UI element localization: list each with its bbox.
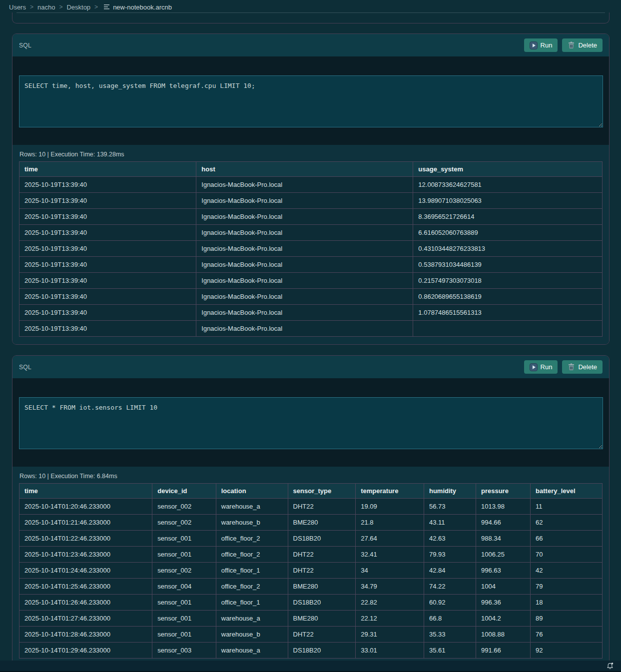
table-cell: 22.12 — [356, 611, 424, 627]
results-section: Rows: 10 | Execution Time: 6.84ms timede… — [12, 467, 609, 666]
play-icon — [530, 41, 538, 49]
table-row: 2025-10-14T01:26:46.233000sensor_001offi… — [19, 595, 603, 611]
column-header-time[interactable]: time — [19, 484, 152, 499]
table-cell: 62 — [531, 515, 603, 531]
table-row: 2025-10-14T01:25:46.233000sensor_004offi… — [19, 579, 603, 595]
cell-header: SQL Run — [12, 34, 609, 56]
table-cell: 991.66 — [476, 643, 530, 659]
table-cell: 2025-10-14T01:29:46.233000 — [19, 643, 152, 659]
table-row: 2025-10-19T13:39:40Ignacios-MacBook-Pro.… — [19, 289, 603, 305]
table-row: 2025-10-19T13:39:40Ignacios-MacBook-Pro.… — [19, 241, 603, 257]
previous-cell-partial — [12, 12, 610, 23]
column-header-time[interactable]: time — [19, 162, 196, 177]
run-button-label: Run — [541, 41, 553, 49]
table-cell: 2025-10-14T01:25:46.233000 — [19, 579, 152, 595]
table-cell: 2025-10-19T13:39:40 — [19, 177, 196, 193]
table-cell: 2025-10-19T13:39:40 — [19, 225, 196, 241]
column-header-location[interactable]: location — [216, 484, 288, 499]
table-cell: 19.09 — [356, 499, 424, 515]
table-cell: 43.11 — [424, 515, 476, 531]
table-cell: 0.8620689655138619 — [413, 289, 603, 305]
table-cell: 18 — [531, 595, 603, 611]
table-cell: 2025-10-14T01:21:46.233000 — [19, 515, 152, 531]
column-header-humidity[interactable]: humidity — [424, 484, 476, 499]
breadcrumb-file[interactable]: new-notebook.arcnb — [104, 3, 172, 11]
table-row: 2025-10-19T13:39:40Ignacios-MacBook-Pro.… — [19, 305, 603, 321]
table-cell: sensor_001 — [152, 531, 216, 547]
table-cell: 34.79 — [356, 579, 424, 595]
table-cell: office_floor_2 — [216, 531, 288, 547]
table-cell: 2025-10-14T01:26:46.233000 — [19, 595, 152, 611]
table-cell: 2025-10-14T01:22:46.233000 — [19, 531, 152, 547]
play-icon — [530, 363, 538, 371]
column-header-sensor_type[interactable]: sensor_type — [288, 484, 356, 499]
cell-actions: Run Delete — [524, 360, 603, 374]
table-cell: 1004 — [476, 579, 530, 595]
result-info: Rows: 10 | Execution Time: 6.84ms — [19, 473, 603, 480]
column-header-pressure[interactable]: pressure — [476, 484, 530, 499]
table-cell: sensor_002 — [152, 563, 216, 579]
table-row: 2025-10-19T13:39:40Ignacios-MacBook-Pro.… — [19, 225, 603, 241]
delete-button-label: Delete — [578, 363, 597, 371]
table-cell: DS18B20 — [288, 643, 356, 659]
table-cell: warehouse_a — [216, 499, 288, 515]
sql-editor[interactable]: SELECT * FROM iot.sensors LIMIT 10 — [19, 397, 603, 449]
run-button[interactable]: Run — [524, 38, 558, 52]
results-section: Rows: 10 | Execution Time: 139.28ms time… — [12, 145, 609, 344]
table-cell: 2025-10-19T13:39:40 — [19, 273, 196, 289]
sql-editor[interactable]: SELECT time, host, usage_system FROM tel… — [19, 75, 603, 127]
table-cell: 2025-10-19T13:39:40 — [19, 257, 196, 273]
column-header-device_id[interactable]: device_id — [152, 484, 216, 499]
table-row: 2025-10-19T13:39:40Ignacios-MacBook-Pro.… — [19, 257, 603, 273]
column-header-host[interactable]: host — [196, 162, 413, 177]
results-table: timedevice_idlocationsensor_typetemperat… — [19, 483, 603, 659]
table-cell: 13.989071038025063 — [413, 193, 603, 209]
breadcrumb-item[interactable]: nacho — [37, 3, 55, 11]
column-header-battery_level[interactable]: battery_level — [531, 484, 603, 499]
table-cell — [413, 321, 603, 337]
notification-bell-icon[interactable] — [607, 662, 614, 670]
table-cell: 0.5387931034486139 — [413, 257, 603, 273]
sql-cell: SQL Run — [12, 355, 610, 667]
table-row: 2025-10-14T01:20:46.233000sensor_002ware… — [19, 499, 603, 515]
cell-type-label: SQL — [19, 364, 31, 371]
table-cell: 34 — [356, 563, 424, 579]
column-header-temperature[interactable]: temperature — [356, 484, 424, 499]
delete-button[interactable]: Delete — [562, 38, 603, 52]
table-cell: DS18B20 — [288, 595, 356, 611]
table-cell: 32.41 — [356, 547, 424, 563]
table-cell: DHT22 — [288, 499, 356, 515]
table-cell: 1.0787486515561313 — [413, 305, 603, 321]
table-header-row: timedevice_idlocationsensor_typetemperat… — [19, 484, 603, 499]
table-cell: 2025-10-19T13:39:40 — [19, 289, 196, 305]
table-row: 2025-10-14T01:23:46.233000sensor_001offi… — [19, 547, 603, 563]
table-cell: DS18B20 — [288, 531, 356, 547]
notebook-icon — [104, 3, 110, 11]
cell-actions: Run Delete — [524, 38, 603, 52]
table-cell: 2025-10-19T13:39:40 — [19, 321, 196, 337]
breadcrumb-item[interactable]: Desktop — [66, 3, 90, 11]
result-info: Rows: 10 | Execution Time: 139.28ms — [19, 151, 603, 158]
run-button[interactable]: Run — [524, 360, 558, 374]
table-cell: Ignacios-MacBook-Pro.local — [196, 209, 413, 225]
table-cell: BME280 — [288, 611, 356, 627]
table-cell: office_floor_1 — [216, 595, 288, 611]
breadcrumb-separator: > — [59, 3, 62, 10]
table-cell: 1006.25 — [476, 547, 530, 563]
table-cell: 56.73 — [424, 499, 476, 515]
delete-button[interactable]: Delete — [562, 360, 603, 374]
table-cell: 74.22 — [424, 579, 476, 595]
table-cell: office_floor_2 — [216, 579, 288, 595]
breadcrumb-item[interactable]: Users — [9, 3, 26, 11]
table-cell: 42.63 — [424, 531, 476, 547]
table-cell: office_floor_1 — [216, 563, 288, 579]
table-cell: 2025-10-19T13:39:40 — [19, 305, 196, 321]
run-button-label: Run — [541, 363, 553, 371]
column-header-usage_system[interactable]: usage_system — [413, 162, 603, 177]
table-cell: 2025-10-19T13:39:40 — [19, 209, 196, 225]
table-cell: warehouse_a — [216, 611, 288, 627]
table-row: 2025-10-14T01:21:46.233000sensor_002ware… — [19, 515, 603, 531]
table-cell: 1013.98 — [476, 499, 530, 515]
table-cell: 92 — [531, 643, 603, 659]
table-cell: DHT22 — [288, 563, 356, 579]
